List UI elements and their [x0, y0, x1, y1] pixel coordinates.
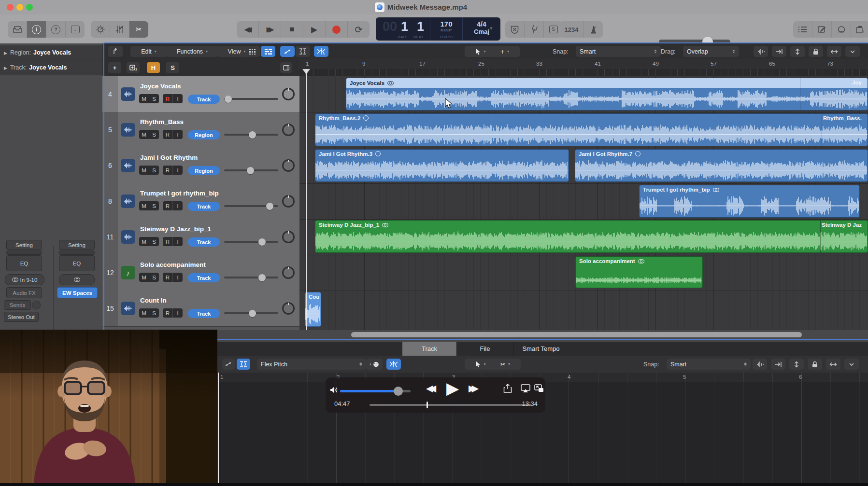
audio-region[interactable]: Rhythm_Bass.2Rhythm_Bass. — [315, 113, 868, 146]
quick-help-icon[interactable]: ? — [46, 21, 66, 38]
input-monitor-button[interactable]: I — [173, 308, 183, 318]
disclosure-triangle-icon[interactable]: ▶ — [4, 66, 7, 70]
pan-knob[interactable] — [282, 159, 295, 172]
audio-region[interactable]: Jami I Got Rhythm.7 — [575, 149, 868, 182]
mute-button[interactable]: M — [139, 201, 149, 210]
count-in-button[interactable]: 1234 — [559, 21, 584, 38]
track-header-row[interactable]: 6Jami I Got RhythmMSRIRegion — [102, 148, 299, 184]
record-arm-button[interactable]: R — [163, 130, 173, 139]
list-view-icon[interactable] — [261, 46, 275, 57]
input-monitor-button[interactable]: I — [173, 201, 183, 210]
pan-knob[interactable] — [282, 195, 295, 208]
input-button[interactable]: In 9-10 — [5, 274, 44, 285]
tuner-icon[interactable] — [525, 21, 544, 38]
zoom-horizontal-icon[interactable] — [827, 46, 841, 57]
library-icon[interactable] — [8, 21, 27, 38]
track-name[interactable]: Rhythm_Bass — [140, 118, 184, 125]
editor-secondary-tool-menu[interactable]: ✂▾ — [490, 359, 521, 370]
more-chevron-icon[interactable] — [845, 46, 860, 57]
editor-tab-file[interactable]: File — [456, 342, 513, 356]
record-arm-button[interactable]: R — [163, 201, 173, 210]
input-monitor-button[interactable]: I — [173, 130, 183, 139]
record-arm-button[interactable]: R — [163, 308, 173, 318]
pan-knob[interactable] — [282, 231, 295, 243]
input-monitor-button[interactable]: I — [173, 166, 183, 175]
list-editors-icon[interactable] — [793, 21, 812, 38]
play-button[interactable]: ▶ — [303, 21, 326, 38]
mute-button[interactable]: M — [139, 130, 149, 139]
record-arm-button[interactable]: R — [163, 94, 173, 103]
secondary-tool-menu[interactable]: +▾ — [490, 46, 520, 57]
track-region-automation-button[interactable]: Track — [188, 309, 220, 318]
pan-knob[interactable] — [282, 124, 295, 136]
catch-playhead-icon[interactable] — [314, 46, 328, 57]
drag-dropdown[interactable]: Overlap — [683, 46, 739, 57]
editor-automation-icon[interactable] — [222, 359, 235, 370]
media-browser-icon[interactable]: ♪ — [851, 21, 868, 38]
player-forward-button[interactable]: ▶▶ — [469, 383, 478, 394]
input-monitor-button[interactable]: I — [173, 237, 183, 246]
solo-button[interactable]: S — [149, 94, 159, 103]
solo-button[interactable]: S — [149, 273, 159, 282]
send-knob[interactable] — [32, 301, 41, 309]
track-volume-knob[interactable] — [266, 203, 273, 210]
rewind-button[interactable]: ◀◀ — [237, 21, 259, 38]
minimize-window-button[interactable] — [16, 4, 23, 11]
audio-region[interactable]: Trumpet I got rhythm_bip — [639, 185, 860, 218]
editor-lock-icon[interactable] — [808, 359, 822, 370]
forward-button[interactable]: ▶▶ — [259, 21, 281, 38]
arrange-beat-ruler[interactable] — [299, 69, 868, 77]
mute-button[interactable]: M — [139, 166, 149, 175]
solo-button[interactable]: S — [149, 166, 159, 175]
track-volume-slider[interactable] — [224, 167, 278, 174]
editor-flex-icon[interactable] — [237, 359, 250, 370]
loop-browser-icon[interactable] — [832, 21, 851, 38]
audio-fx-button[interactable]: Audio FX — [6, 287, 42, 298]
sends-button[interactable]: Sends — [4, 300, 31, 310]
track-region-automation-button[interactable]: Track — [188, 237, 220, 247]
metronome-icon[interactable] — [584, 21, 603, 38]
track-volume-slider[interactable] — [224, 131, 278, 138]
track-header-row[interactable]: 15Count inMSRITrack — [102, 291, 299, 327]
audio-region[interactable]: Solo accompaniment — [575, 256, 703, 288]
track-header-row[interactable]: 8Trumpet I got rhythm_bipMSRITrack — [102, 183, 299, 220]
lcd-display[interactable]: 00 1 1 BAR BEAT 170 KEEP TEMPO 4/4 Cmaj — [376, 17, 500, 41]
solo-button[interactable]: S — [149, 308, 159, 318]
zoom-waveform-icon[interactable] — [754, 46, 768, 57]
mute-button[interactable]: M — [139, 94, 149, 103]
player-volume-knob[interactable] — [394, 387, 403, 396]
record-arm-button[interactable]: R — [163, 273, 173, 282]
stop-button[interactable]: ■ — [281, 21, 303, 38]
cycle-button[interactable]: ⟳ — [348, 21, 370, 38]
share-icon[interactable] — [503, 384, 512, 393]
channel-setting-button[interactable]: Setting — [6, 240, 42, 250]
lock-icon[interactable] — [809, 46, 823, 57]
add-track-button[interactable]: + — [108, 62, 121, 73]
arrange-region-area[interactable]: Joyce VocalsJoyRhythm_Bass.2Rhythm_Bass.… — [299, 76, 868, 330]
track-region-automation-button[interactable]: Track — [188, 202, 220, 211]
track-volume-knob[interactable] — [225, 96, 232, 103]
pan-knob[interactable] — [282, 266, 295, 279]
track-volume-knob[interactable] — [249, 131, 256, 139]
seek-position-marker[interactable] — [427, 402, 428, 408]
back-arrow-icon[interactable] — [108, 46, 123, 57]
input-monitor-button[interactable]: I — [173, 273, 183, 282]
grid-view-icon[interactable] — [245, 46, 260, 57]
track-header-config-icon[interactable] — [280, 62, 292, 73]
master-mute-icon[interactable] — [505, 21, 525, 38]
mute-speaker-icon[interactable] — [329, 385, 339, 395]
player-volume-slider[interactable] — [340, 390, 411, 392]
flex-icon[interactable] — [296, 46, 310, 57]
track-name[interactable]: Jami I Got Rhythm — [140, 154, 198, 161]
hide-tracks-button[interactable]: H — [147, 62, 160, 73]
track-region-automation-button[interactable]: Region — [188, 166, 220, 175]
track-volume-knob[interactable] — [258, 238, 266, 246]
mixer-icon[interactable] — [110, 21, 129, 38]
track-name[interactable]: Count in — [140, 297, 167, 304]
collapse-right-icon[interactable] — [772, 46, 786, 57]
track-volume-knob[interactable] — [258, 274, 266, 281]
mute-button[interactable]: M — [139, 273, 149, 282]
track-name[interactable]: Solo accompaniment — [140, 261, 206, 268]
track-name[interactable]: Steinway D Jazz_bip_1 — [140, 225, 211, 233]
track-header-row[interactable]: 12♪Solo accompanimentMSRITrack — [102, 255, 299, 291]
